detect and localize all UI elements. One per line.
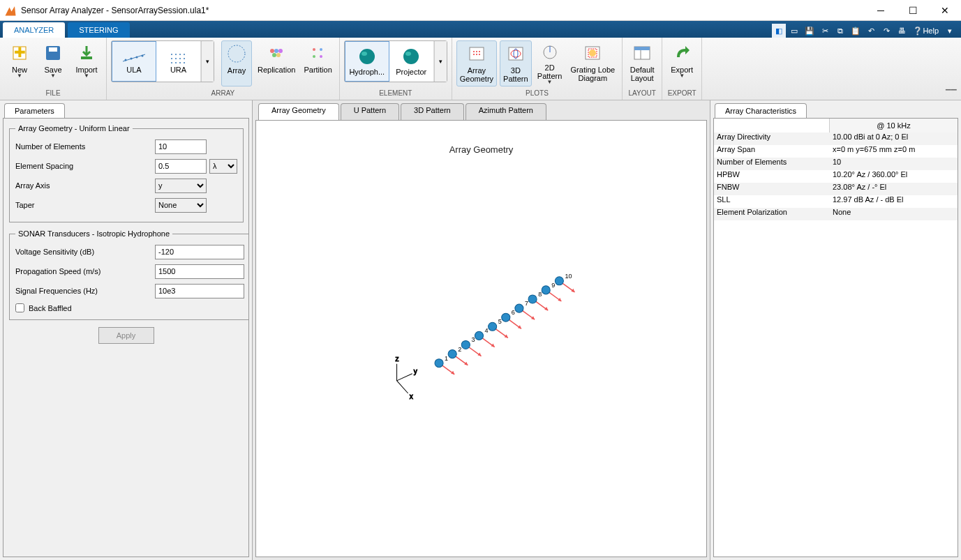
gallery-item-hydrophone[interactable]: Hydroph... [345, 41, 389, 82]
default-layout-button[interactable]: Default Layout [627, 40, 657, 86]
svg-point-37 [473, 51, 475, 52]
spacing-input[interactable] [155, 159, 207, 174]
ribbon-pin-icon[interactable]: ▔▔ [946, 89, 957, 97]
svg-text:10: 10 [565, 273, 572, 280]
apply-button[interactable]: Apply [98, 327, 154, 344]
qat-open-icon[interactable]: ▭ [787, 24, 801, 38]
partition-button[interactable]: Partition [301, 40, 334, 86]
gallery-item-projector[interactable]: Projector [389, 41, 434, 82]
spacing-unit-select[interactable]: λ [209, 159, 237, 174]
tab-3d-pattern[interactable]: 3D Pattern [401, 103, 464, 120]
svg-text:5: 5 [498, 318, 502, 325]
qat-print-icon[interactable]: 🖶 [895, 24, 909, 38]
svg-point-8 [136, 56, 138, 59]
speed-input[interactable] [155, 264, 244, 279]
qat-collapse-icon[interactable]: ▾ [943, 24, 957, 38]
save-button[interactable]: Save ▼ [38, 40, 68, 86]
characteristics-header: @ 10 kHz [714, 119, 958, 133]
replication-button[interactable]: Replication [255, 40, 298, 86]
svg-text:9: 9 [551, 282, 555, 289]
voltage-input[interactable] [155, 245, 244, 259]
svg-text:3: 3 [471, 336, 475, 343]
array-geometry-button[interactable]: Array Geometry [456, 40, 497, 86]
tab-analyzer[interactable]: ANALYZER [3, 22, 65, 38]
svg-point-30 [313, 55, 315, 58]
svg-line-57 [397, 381, 408, 393]
characteristics-tab[interactable]: Array Characteristics [715, 103, 807, 118]
parameters-tab[interactable]: Parameters [4, 103, 65, 118]
titlebar: Sensor Array Analyzer - SensorArraySessi… [0, 0, 961, 21]
svg-point-34 [403, 49, 419, 64]
characteristics-row: Number of Elements10 [714, 158, 958, 170]
gallery-dropdown[interactable]: ▾ [434, 41, 447, 82]
qat-save-icon[interactable]: 💾 [803, 24, 817, 38]
svg-point-27 [276, 53, 281, 57]
svg-point-21 [184, 62, 185, 63]
num-elements-input[interactable] [155, 139, 207, 154]
gallery-dropdown[interactable]: ▾ [201, 41, 214, 82]
geometry-viewer[interactable]: Array Geometry z y x 12345678910 [255, 120, 707, 557]
import-button[interactable]: Import ▼ [71, 40, 102, 86]
svg-point-33 [362, 52, 367, 56]
tab-steering[interactable]: STEERING [68, 22, 129, 38]
back-baffled-checkbox[interactable] [15, 303, 24, 312]
svg-point-28 [313, 48, 315, 51]
array-button[interactable]: Array [221, 40, 252, 86]
tab-azimuth-pattern[interactable]: Azimuth Pattern [465, 103, 546, 120]
qat-undo-icon[interactable]: ↶ [864, 24, 878, 38]
svg-text:✚: ✚ [14, 45, 26, 60]
3d-pattern-button[interactable]: 3D Pattern [500, 40, 531, 86]
gallery-item-ura[interactable]: URA [156, 41, 201, 82]
element-gallery[interactable]: Hydroph... Projector ▾ [344, 40, 447, 82]
pattern-2d-icon [541, 42, 559, 62]
grating-lobe-button[interactable]: Grating Lobe Diagram [568, 40, 618, 86]
svg-text:x: x [410, 393, 413, 400]
tab-u-pattern[interactable]: U Pattern [341, 103, 399, 120]
ribbon-group-file: ✚ New ▼ Save ▼ Import ▼ FILE [0, 38, 107, 100]
svg-point-18 [171, 62, 172, 63]
tab-array-geometry[interactable]: Array Geometry [258, 103, 339, 120]
freq-input[interactable] [155, 284, 244, 298]
svg-text:z: z [396, 355, 399, 363]
new-icon: ✚ [10, 42, 29, 64]
window-title: Sensor Array Analyzer - SensorArraySessi… [21, 6, 865, 15]
svg-rect-4 [81, 56, 92, 59]
export-button[interactable]: Export ▼ [666, 40, 697, 86]
qat-new-icon[interactable]: ◧ [772, 24, 786, 38]
taper-select[interactable]: None [155, 198, 207, 213]
svg-point-9 [142, 55, 144, 57]
qat-copy-icon[interactable]: ⧉ [833, 24, 847, 38]
characteristics-row: Array Spanx=0 m y=675 mm z=0 m [714, 145, 958, 158]
export-icon [673, 42, 691, 64]
qat-cut-icon[interactable]: ✂ [818, 24, 832, 38]
ribbon-group-export: Export ▼ EXPORT [662, 38, 702, 100]
axis-select[interactable]: y [155, 179, 207, 193]
qat-redo-icon[interactable]: ↷ [879, 24, 893, 38]
viewer-panel: Array Geometry U Pattern 3D Pattern Azim… [253, 100, 710, 560]
help-button[interactable]: ❔ Help [910, 27, 941, 36]
svg-point-61 [435, 359, 443, 368]
minimize-button[interactable]: ─ [865, 0, 897, 20]
close-button[interactable]: ✕ [929, 0, 961, 20]
characteristics-row: SLL12.97 dB Az / - dB El [714, 195, 958, 208]
svg-point-22 [228, 45, 245, 62]
svg-point-40 [473, 54, 475, 55]
svg-point-11 [175, 54, 177, 55]
svg-point-93 [542, 286, 550, 294]
svg-point-19 [175, 62, 177, 63]
svg-point-14 [171, 58, 172, 59]
chevron-down-icon: ▼ [17, 73, 22, 79]
viewer-tabs: Array Geometry U Pattern 3D Pattern Azim… [258, 103, 707, 120]
svg-point-48 [589, 50, 596, 56]
gallery-item-ula[interactable]: ULA [112, 41, 156, 82]
array-type-gallery[interactable]: ULA URA ▾ [111, 40, 214, 82]
svg-point-85 [515, 304, 523, 312]
maximize-button[interactable]: ☐ [897, 0, 929, 20]
svg-point-23 [270, 49, 274, 53]
svg-point-26 [272, 53, 276, 57]
help-icon: ❔ [913, 27, 923, 36]
new-button[interactable]: ✚ New ▼ [4, 40, 35, 86]
qat-paste-icon[interactable]: 📋 [849, 24, 863, 38]
svg-text:8: 8 [538, 291, 542, 298]
2d-pattern-button[interactable]: 2D Pattern ▼ [535, 40, 565, 86]
